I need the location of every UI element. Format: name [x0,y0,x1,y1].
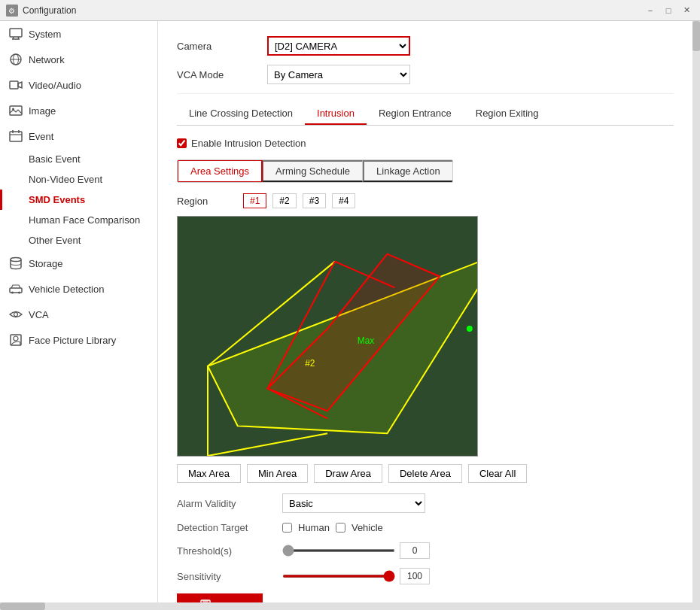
enable-checkbox-row: Enable Intrusion Detection [177,138,674,149]
svg-point-23 [14,336,18,341]
sensitivity-row: Sensitivity 100 [177,568,674,584]
threshold-slider[interactable] [282,549,395,552]
threshold-control: 0 [282,542,430,559]
sidebar-item-face-library[interactable]: Face Picture Library [0,327,157,353]
draw-area-button[interactable]: Draw Area [314,464,382,483]
vca-mode-row: VCA Mode By Camera [177,65,674,84]
sensitivity-label: Sensitivity [177,571,282,582]
max-area-button[interactable]: Max Area [177,464,241,483]
minimize-button[interactable]: − [643,4,658,17]
svg-marker-10 [18,82,22,88]
tab-region-entrance[interactable]: Region Entrance [367,103,464,125]
scrollbar-thumb[interactable] [692,21,700,51]
region-btn-2[interactable]: #2 [272,193,296,208]
svg-point-17 [11,258,21,262]
car-icon [9,282,23,296]
sidebar-item-face-library-label: Face Picture Library [29,335,116,346]
region-btn-3[interactable]: #3 [303,193,326,208]
detection-target-control: Human Vehicle [282,522,383,533]
tab-line-crossing[interactable]: Line Crossing Detection [177,103,305,125]
tab-region-exiting[interactable]: Region Exiting [464,103,551,125]
sidebar-item-vehicle[interactable]: Vehicle Detection [0,276,157,302]
sidebar-item-storage-label: Storage [29,258,63,269]
region-btn-1[interactable]: #1 [243,193,266,208]
face-icon [9,333,23,347]
main-tabs: Line Crossing Detection Intrusion Region… [177,103,674,126]
sidebar-item-vca-label: VCA [29,309,49,320]
sidebar-sub-other-event[interactable]: Other Event [0,230,157,250]
camera-view: #2 Max [177,216,478,457]
sidebar-sub-basic-event[interactable]: Basic Event [0,149,157,169]
scrollbar[interactable] [692,21,700,602]
camera-label: Camera [177,41,267,52]
sensitivity-slider[interactable] [282,575,395,578]
enable-intrusion-checkbox[interactable] [177,138,187,148]
save-button[interactable]: Save [177,593,263,602]
sidebar-item-video-audio[interactable]: Video/Audio [0,72,157,98]
content-area: Camera [D2] CAMERA VCA Mode By Camera Li… [158,21,692,602]
delete-area-button[interactable]: Delete Area [388,464,462,483]
horizontal-scrollbar-thumb[interactable] [0,602,45,610]
sidebar-item-network-label: Network [29,54,65,65]
subtab-arming-schedule[interactable]: Arming Schedule [262,160,363,182]
human-label[interactable]: Human [298,522,330,533]
main-layout: System Network Video/Audio Image Event [0,21,700,602]
region-label: Region [177,196,237,207]
min-area-button[interactable]: Min Area [247,464,308,483]
svg-text:#2: #2 [305,358,315,369]
save-icon [199,599,212,602]
window-controls: − □ ✕ [643,4,694,17]
alarm-validity-select[interactable]: Basic Extended [282,493,425,513]
sensitivity-control: 100 [282,568,430,584]
sidebar-item-network[interactable]: Network [0,47,157,72]
threshold-label: Threshold(s) [177,545,282,557]
sidebar-sub-non-video[interactable]: Non-Video Event [0,169,157,190]
vehicle-checkbox[interactable] [336,523,345,533]
vehicle-label[interactable]: Vehicle [352,522,383,533]
sidebar-item-system[interactable]: System [0,21,157,47]
calendar-icon [9,129,23,143]
threshold-value: 0 [400,542,430,559]
database-icon [9,256,23,270]
region-btn-4[interactable]: #4 [332,193,355,208]
action-buttons: Max Area Min Area Draw Area Delete Area … [177,464,674,483]
globe-icon [9,53,23,66]
sidebar-item-event[interactable]: Event [0,123,157,149]
enable-intrusion-label[interactable]: Enable Intrusion Detection [191,138,306,149]
sidebar-item-video-label: Video/Audio [29,80,81,91]
sidebar-item-image-label: Image [29,105,56,117]
sidebar-item-image[interactable]: Image [0,98,157,123]
svg-point-19 [11,292,14,294]
horizontal-scrollbar[interactable] [0,602,700,610]
svg-point-21 [14,313,18,317]
region-row: Region #1 #2 #3 #4 [177,193,674,208]
clear-all-button[interactable]: Clear All [468,464,527,483]
sidebar-item-storage[interactable]: Storage [0,250,157,276]
sidebar-sub-human-face[interactable]: Human Face Comparison [0,210,157,230]
svg-rect-9 [10,81,18,89]
sidebar: System Network Video/Audio Image Event [0,21,158,602]
alarm-validity-label: Alarm Validity [177,498,282,509]
sidebar-sub-smd-events[interactable]: SMD Events [0,190,157,210]
divider-1 [177,93,674,94]
save-label: Save [216,601,240,603]
titlebar: ⚙ Configuration − □ ✕ [0,0,700,21]
camera-row: Camera [D2] CAMERA [177,36,674,56]
human-checkbox[interactable] [282,523,292,533]
svg-text:Max: Max [358,335,375,346]
svg-rect-2 [10,29,22,37]
alarm-validity-control: Basic Extended [282,493,425,513]
subtab-area-settings[interactable]: Area Settings [177,159,263,183]
close-button[interactable]: ✕ [679,4,694,17]
threshold-row: Threshold(s) 0 [177,542,674,559]
camera-select[interactable]: [D2] CAMERA [267,36,410,56]
vca-select[interactable]: By Camera [267,65,410,84]
sidebar-item-event-label: Event [29,131,53,142]
svg-rect-36 [202,600,208,602]
tab-intrusion[interactable]: Intrusion [305,103,367,125]
subtab-linkage-action[interactable]: Linkage Action [363,160,452,182]
camera-svg: #2 Max [178,217,477,456]
sidebar-item-vca[interactable]: VCA [0,302,157,327]
svg-rect-11 [10,106,22,115]
restore-button[interactable]: □ [661,4,676,17]
